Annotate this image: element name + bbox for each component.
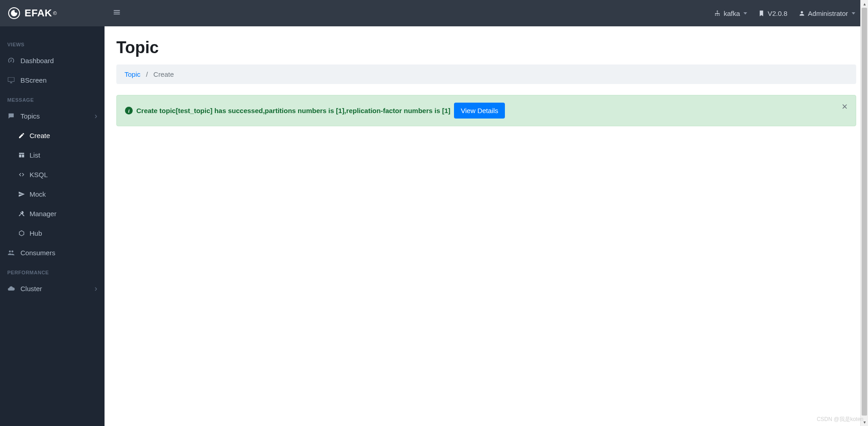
sidebar-sub-mock[interactable]: Mock — [0, 184, 105, 204]
sidebar-item-topics[interactable]: Topics — [0, 106, 105, 126]
sidebar-item-bscreen[interactable]: BScreen — [0, 70, 105, 90]
sidebar-sub-hub[interactable]: Hub — [0, 223, 105, 243]
info-icon: i — [125, 107, 133, 114]
user-icon — [798, 10, 805, 17]
sidebar: VIEWS Dashboard BScreen MESSAGE Topics C… — [0, 26, 105, 426]
dashboard-icon — [7, 57, 15, 64]
sidebar-section-performance: PERFORMANCE — [0, 266, 105, 279]
brand-copyright: © — [53, 10, 57, 16]
topbar: EFAK © kafka V2.0.8 Administrator — [0, 0, 868, 26]
breadcrumb-current: Create — [154, 70, 174, 78]
cloud-icon — [7, 285, 15, 292]
sidebar-sub-list[interactable]: List — [0, 145, 105, 165]
cube-icon — [18, 230, 25, 237]
watermark: CSDN @我是koten — [817, 416, 863, 423]
breadcrumb: Topic / Create — [116, 64, 856, 84]
brand[interactable]: EFAK © — [0, 0, 105, 26]
sidebar-item-cluster[interactable]: Cluster — [0, 279, 105, 298]
send-icon — [18, 191, 25, 198]
users-icon — [7, 249, 15, 257]
breadcrumb-separator: / — [146, 70, 148, 78]
cluster-label: kafka — [723, 10, 740, 17]
alert-close-button[interactable]: × — [842, 102, 848, 112]
breadcrumb-topic-link[interactable]: Topic — [125, 70, 140, 78]
code-icon — [18, 171, 25, 178]
success-alert: i Create topic[test_topic] has successed… — [116, 95, 856, 126]
sitemap-icon — [714, 10, 721, 17]
monitor-icon — [7, 76, 15, 84]
sidebar-section-views: VIEWS — [0, 38, 105, 51]
brand-logo-icon — [8, 7, 20, 19]
tools-icon — [18, 210, 25, 217]
scrollbar-thumb[interactable] — [862, 8, 867, 416]
edit-icon — [18, 132, 25, 139]
sidebar-item-dashboard[interactable]: Dashboard — [0, 51, 105, 70]
user-menu[interactable]: Administrator — [798, 10, 855, 17]
main-content: Topic Topic / Create i Create topic[test… — [105, 26, 868, 426]
sidebar-sub-create[interactable]: Create — [0, 126, 105, 145]
scrollbar[interactable]: ▴ ▾ — [860, 0, 868, 426]
version-label[interactable]: V2.0.8 — [758, 10, 787, 17]
layout: VIEWS Dashboard BScreen MESSAGE Topics C… — [0, 26, 868, 426]
user-label: Administrator — [808, 10, 848, 17]
caret-down-icon — [743, 12, 747, 15]
sidebar-sub-manager[interactable]: Manager — [0, 204, 105, 223]
view-details-button[interactable]: View Details — [454, 103, 505, 119]
sidebar-section-message: MESSAGE — [0, 94, 105, 106]
sidebar-item-consumers[interactable]: Consumers — [0, 243, 105, 263]
caret-down-icon — [852, 12, 855, 15]
sidebar-sub-ksql[interactable]: KSQL — [0, 165, 105, 184]
cluster-selector[interactable]: kafka — [714, 10, 747, 17]
topbar-right: kafka V2.0.8 Administrator — [714, 10, 868, 17]
menu-toggle-button[interactable] — [105, 8, 129, 19]
alert-message: Create topic[test_topic] has successed,p… — [136, 107, 450, 114]
bookmark-icon — [758, 10, 765, 17]
brand-name: EFAK — [25, 7, 52, 19]
scrollbar-up-button[interactable]: ▴ — [861, 0, 868, 8]
table-icon — [18, 152, 25, 159]
page-title: Topic — [116, 38, 856, 57]
comment-icon — [7, 112, 15, 120]
